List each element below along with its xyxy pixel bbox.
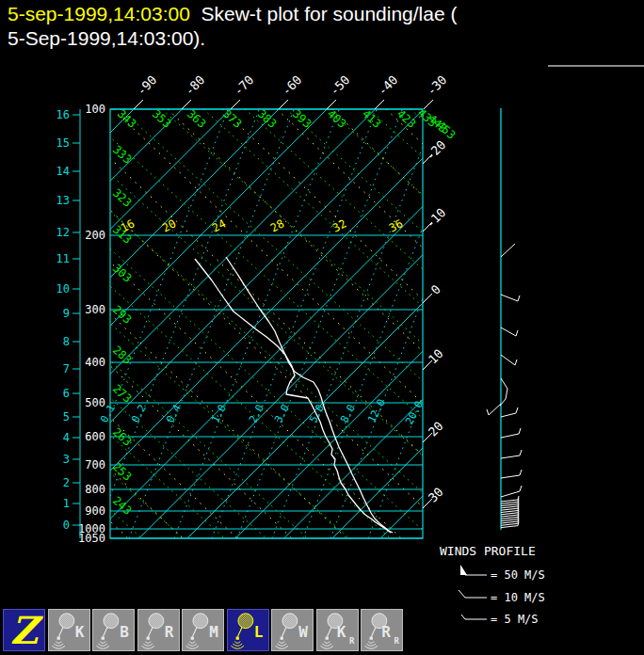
- wind-barb: [501, 511, 518, 513]
- station-letter-subscript: R: [394, 637, 399, 646]
- half-barb-symbol: [461, 615, 465, 619]
- station-letter: B: [120, 625, 129, 640]
- moist-adiabat-label: 32: [330, 217, 348, 235]
- wind-barb: [501, 328, 516, 336]
- wind-barb: [501, 523, 518, 525]
- toolbar-button-w[interactable]: W: [271, 609, 314, 651]
- app-window: 5-sep-1999,14:03:00 Skew-t plot for soun…: [0, 0, 644, 655]
- station-letter: K: [337, 625, 346, 640]
- height-label: 11: [56, 252, 70, 265]
- wind-barb: [501, 513, 518, 515]
- wind-barb: [501, 413, 516, 417]
- theta-label: 353: [150, 107, 173, 131]
- temp-tick-label: -30: [424, 72, 449, 98]
- pressure-label: 700: [85, 458, 105, 471]
- theta-label: 343: [115, 107, 138, 131]
- moist-adiabat-labels: 162024283236: [119, 217, 405, 235]
- toolbar-button-l[interactable]: L: [227, 609, 269, 651]
- isotherm-lines: [0, 109, 644, 538]
- pressure-label: 300: [85, 303, 105, 316]
- radiosonde-balloon-icon: [231, 612, 257, 649]
- mixing-ratio-label: 1.0: [209, 403, 229, 425]
- skewt-chart: 1002003004005006007008009001000105016151…: [0, 0, 644, 655]
- height-label: 15: [56, 136, 70, 150]
- toolbar-button-k-r[interactable]: KR: [316, 609, 359, 651]
- wind-barb: [501, 455, 520, 458]
- height-label: 7: [63, 362, 70, 375]
- wind-barb: [501, 519, 518, 521]
- wind-barb: [501, 508, 518, 510]
- height-label: 4: [63, 431, 70, 444]
- plot-border: [110, 109, 423, 538]
- legend-label: = 5 M/S: [491, 613, 539, 626]
- temp-tick-label: -40: [375, 72, 400, 98]
- wind-barb: [501, 295, 518, 301]
- wind-barb: [501, 475, 520, 478]
- station-toolbar: Z K B R: [3, 609, 403, 651]
- toolbar-button-k[interactable]: K: [48, 609, 90, 651]
- toolbar-button-m[interactable]: M: [182, 609, 224, 651]
- wind-profile: WINDS PROFILE= 50 M/S= 10 M/S= 5 M/S: [440, 108, 545, 626]
- height-label: 5: [63, 410, 70, 423]
- wind-barb: [501, 517, 518, 519]
- moist-adiabat-label: 28: [268, 217, 286, 235]
- theta-label: 373: [220, 107, 244, 131]
- height-label: 12: [56, 226, 70, 239]
- theta-label: 323: [110, 186, 134, 210]
- top-temp-ticks: -90-80-70-60-50-40-30: [134, 72, 449, 109]
- wind-barb: [501, 506, 518, 508]
- height-label: 6: [63, 387, 70, 400]
- toolbar-button-logo-z[interactable]: Z: [3, 609, 45, 651]
- radiosonde-balloon-icon: [141, 612, 168, 649]
- height-label: 13: [56, 194, 70, 207]
- wind-barb: [501, 500, 518, 502]
- height-label: 3: [63, 453, 70, 466]
- station-letter: M: [209, 625, 218, 640]
- wind-barb: [489, 404, 501, 415]
- radiosonde-balloon-icon: [185, 612, 212, 649]
- theta-label: 263: [110, 425, 134, 449]
- moist-adiabat-label: 20: [160, 217, 178, 235]
- wind-barb: [501, 515, 518, 517]
- wind-barb: [501, 244, 515, 257]
- theta-label: 333: [110, 143, 134, 167]
- station-letter: W: [298, 625, 308, 640]
- temp-tick-label: -50: [327, 72, 352, 98]
- pressure-label: 1050: [78, 532, 105, 545]
- moist-adiabat-label: 24: [210, 217, 228, 235]
- full-barb-symbol: [459, 590, 465, 598]
- radiosonde-balloon-icon: [275, 612, 301, 649]
- legend-label: = 10 M/S: [491, 591, 545, 604]
- height-label: 1: [63, 497, 70, 510]
- pressure-label: 500: [85, 396, 105, 409]
- winds-profile-title: WINDS PROFILE: [440, 544, 536, 558]
- right-temp-ticks: -20-100102030: [423, 137, 448, 508]
- pressure-label: 100: [85, 103, 105, 116]
- mixing-ratio-label: 2.0: [247, 403, 266, 425]
- temp-tick-label: -70: [231, 72, 256, 98]
- station-letter: R: [165, 625, 174, 640]
- pennant-symbol: [460, 565, 467, 575]
- theta-label: 423: [394, 107, 418, 131]
- temperature-trace: [226, 257, 393, 533]
- height-label: 16: [56, 108, 70, 121]
- pressure-label: 200: [85, 229, 105, 242]
- mixing-ratio-label: 0.2: [129, 403, 149, 425]
- temp-tick-label: -90: [134, 72, 159, 98]
- toolbar-button-r[interactable]: R: [137, 609, 180, 651]
- wind-barb: [501, 521, 518, 523]
- wind-barb: [501, 491, 520, 497]
- moist-adiabat-lines: [0, 109, 644, 538]
- theta-label: 403: [325, 107, 348, 131]
- radiosonde-balloon-icon: [52, 612, 78, 649]
- zeb-logo: Z: [4, 608, 44, 652]
- mixing-ratio-label: 12.0: [365, 397, 388, 425]
- isobar-lines: [110, 109, 423, 538]
- wind-barb: [501, 504, 518, 506]
- station-letter-subscript: R: [349, 637, 354, 646]
- toolbar-button-b[interactable]: B: [92, 609, 135, 651]
- toolbar-button-r-r[interactable]: RR: [361, 609, 403, 651]
- mixing-ratio-label: 3.0: [272, 403, 292, 425]
- wind-barb: [501, 526, 518, 528]
- temp-tick-label: -80: [182, 72, 207, 98]
